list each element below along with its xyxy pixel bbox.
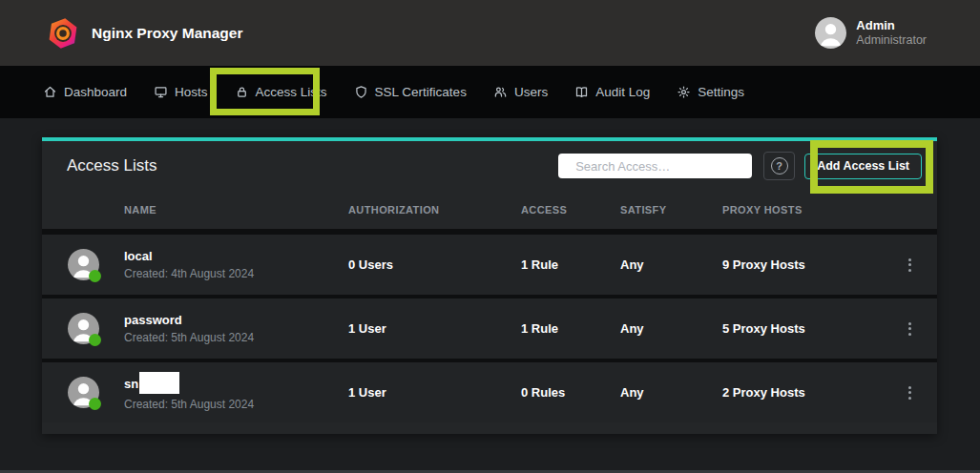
user-name: Admin xyxy=(856,18,927,33)
access-value: 0 Rules xyxy=(521,385,620,400)
status-online-dot xyxy=(89,270,101,282)
authorization-value: 1 User xyxy=(348,385,521,400)
access-list-name: local xyxy=(124,249,348,264)
nav-item-ssl-certificates[interactable]: SSL Certificates xyxy=(354,85,467,99)
satisfy-value: Any xyxy=(620,257,722,272)
column-header-access: ACCESS xyxy=(521,204,620,216)
add-access-list-button[interactable]: Add Access List xyxy=(804,154,922,179)
nav-item-hosts[interactable]: Hosts xyxy=(154,85,208,99)
home-icon xyxy=(43,85,57,99)
authorization-value: 0 Users xyxy=(348,257,521,272)
nav-label: Dashboard xyxy=(64,85,127,99)
kebab-icon xyxy=(908,258,911,272)
proxy-hosts-value: 9 Proxy Hosts xyxy=(722,257,882,272)
app-header: Nginx Proxy Manager Admin Administrator xyxy=(0,0,980,66)
person-icon xyxy=(815,17,846,49)
proxy-hosts-value: 5 Proxy Hosts xyxy=(722,321,882,336)
access-lists-panel: Access Lists ? Add Access List NAME AUTH… xyxy=(42,137,937,434)
monitor-icon xyxy=(154,85,168,99)
nav-item-access-lists[interactable]: Access Lists xyxy=(235,85,327,99)
table-header: NAME AUTHORIZATION ACCESS SATISFY PROXY … xyxy=(42,191,937,229)
column-header-authorization: AUTHORIZATION xyxy=(348,204,521,216)
nav-label: Access Lists xyxy=(256,85,327,99)
kebab-icon xyxy=(908,386,911,400)
app-title: Nginx Proxy Manager xyxy=(92,25,243,42)
created-date: Created: 5th August 2024 xyxy=(124,398,348,411)
created-date: Created: 5th August 2024 xyxy=(124,331,348,344)
column-header-proxy-hosts: PROXY HOSTS xyxy=(722,204,882,216)
help-button[interactable]: ? xyxy=(763,152,795,180)
main-nav: Dashboard Hosts Access Lists SSL Certifi… xyxy=(0,66,980,118)
avatar xyxy=(68,377,99,408)
status-online-dot xyxy=(89,398,101,410)
satisfy-value: Any xyxy=(620,385,722,400)
avatar xyxy=(68,313,99,344)
nginx-proxy-manager-logo xyxy=(48,17,78,50)
avatar xyxy=(68,249,99,280)
satisfy-value: Any xyxy=(620,321,722,336)
nav-label: SSL Certificates xyxy=(375,85,467,99)
search-input[interactable] xyxy=(573,158,745,175)
question-circle-icon: ? xyxy=(771,157,788,175)
redaction-box xyxy=(139,372,179,394)
access-list-name: password xyxy=(124,313,348,328)
row-menu-button[interactable] xyxy=(882,386,937,400)
authorization-value: 1 User xyxy=(348,321,521,336)
column-header-name: NAME xyxy=(124,204,348,216)
nav-label: Hosts xyxy=(175,85,208,99)
panel-header: Access Lists ? Add Access List xyxy=(42,141,937,191)
nav-label: Users xyxy=(514,85,548,99)
gear-icon xyxy=(677,85,691,99)
access-value: 1 Rule xyxy=(521,321,620,336)
table-row[interactable]: sn Created: 5th August 2024 1 User 0 Rul… xyxy=(42,362,937,422)
users-icon xyxy=(493,85,508,99)
panel-title: Access Lists xyxy=(67,156,156,175)
nav-item-settings[interactable]: Settings xyxy=(677,85,744,99)
shield-icon xyxy=(354,85,368,99)
table-row[interactable]: local Created: 4th August 2024 0 Users 1… xyxy=(42,235,937,298)
nav-label: Settings xyxy=(698,85,744,99)
row-menu-button[interactable] xyxy=(882,258,937,272)
user-avatar xyxy=(815,17,846,49)
nav-item-dashboard[interactable]: Dashboard xyxy=(43,85,127,99)
table-row[interactable]: password Created: 5th August 2024 1 User… xyxy=(42,298,937,362)
table-body: local Created: 4th August 2024 0 Users 1… xyxy=(42,229,937,422)
proxy-hosts-value: 2 Proxy Hosts xyxy=(722,385,882,400)
user-menu[interactable]: Admin Administrator xyxy=(815,17,927,49)
kebab-icon xyxy=(908,322,911,336)
column-header-satisfy: SATISFY xyxy=(620,204,722,216)
lock-icon xyxy=(235,85,249,99)
search-box[interactable] xyxy=(558,154,752,178)
user-role: Administrator xyxy=(856,33,927,49)
created-date: Created: 4th August 2024 xyxy=(124,267,348,280)
access-list-name: sn xyxy=(124,377,138,392)
nav-label: Audit Log xyxy=(595,85,650,99)
nav-item-users[interactable]: Users xyxy=(493,85,548,99)
nav-item-audit-log[interactable]: Audit Log xyxy=(574,85,650,99)
status-online-dot xyxy=(89,334,101,346)
access-value: 1 Rule xyxy=(521,257,620,272)
book-icon xyxy=(574,85,589,99)
row-menu-button[interactable] xyxy=(882,322,937,336)
